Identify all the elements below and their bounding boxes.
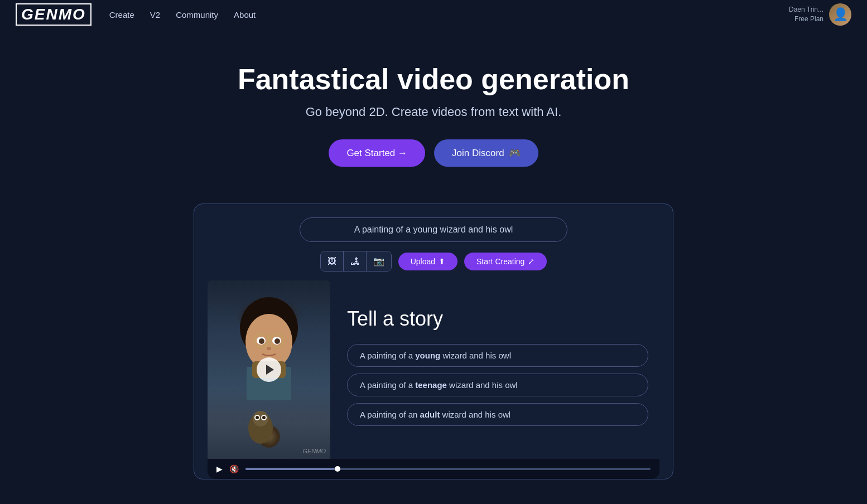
ctrl-volume-button[interactable]: 🔇: [229, 464, 239, 473]
icon-btn-camera[interactable]: 📷: [367, 251, 391, 271]
nav-right: Daen Trin... Free Plan 👤: [789, 3, 851, 26]
progress-bar[interactable]: [245, 468, 651, 470]
story-item-1-bold: young: [415, 351, 440, 360]
hero-section: Fantastical video generation Go beyond 2…: [0, 29, 867, 203]
video-thumbnail: GENMO: [208, 280, 330, 459]
video-area: GENMO Tell a story A painting of a young…: [208, 280, 659, 459]
expand-icon: ⤢: [528, 257, 534, 266]
story-item-3-prefix: A painting of an: [360, 410, 420, 419]
hero-subtitle: Go beyond 2D. Create videos from text wi…: [11, 105, 856, 119]
get-started-button[interactable]: Get Started →: [329, 139, 425, 167]
story-item-2-bold: teenage: [415, 380, 447, 390]
video-controls: ▶ 🔇: [208, 459, 659, 479]
story-item-3-suffix: wizard and his owl: [440, 410, 510, 419]
navbar: GENMO Create V2 Community About Daen Tri…: [0, 0, 867, 29]
play-icon: [266, 365, 274, 375]
hero-buttons: Get Started → Join Discord 🎮: [11, 139, 856, 167]
user-info: Daen Trin... Free Plan: [789, 5, 823, 24]
upload-label: Upload: [411, 257, 435, 266]
avatar[interactable]: 👤: [829, 3, 851, 26]
story-item-3[interactable]: A painting of an adult wizard and his ow…: [347, 403, 648, 426]
icon-btn-image2[interactable]: 🏞: [344, 251, 367, 271]
svg-point-17: [262, 416, 266, 419]
progress-dot: [335, 466, 340, 472]
logo[interactable]: GENMO: [16, 3, 91, 26]
story-item-2-prefix: A painting of a: [360, 380, 415, 390]
nav-link-about[interactable]: About: [234, 10, 256, 20]
svg-point-9: [267, 347, 271, 350]
story-item-1-suffix: wizard and his owl: [440, 351, 511, 360]
upload-icon: ⬆: [439, 257, 445, 266]
demo-toolbar: 🖼 🏞 📷 Upload ⬆ Start Creating ⤢: [208, 251, 659, 272]
svg-point-4: [259, 338, 264, 344]
logo-text: GENMO: [16, 3, 91, 26]
story-title: Tell a story: [347, 307, 648, 331]
user-status: Free Plan: [789, 14, 823, 24]
svg-point-5: [274, 338, 280, 344]
prompt-input[interactable]: [300, 217, 567, 242]
join-discord-button[interactable]: Join Discord 🎮: [434, 139, 538, 167]
nav-links: Create V2 Community About: [109, 10, 256, 20]
story-item-2[interactable]: A painting of a teenage wizard and his o…: [347, 374, 648, 396]
icon-btn-image1[interactable]: 🖼: [321, 251, 344, 271]
story-item-1[interactable]: A painting of a young wizard and his owl: [347, 344, 648, 367]
nav-link-v2[interactable]: V2: [150, 10, 160, 20]
demo-input-row: [208, 217, 659, 242]
join-discord-label: Join Discord: [452, 148, 504, 159]
start-creating-button[interactable]: Start Creating ⤢: [464, 253, 547, 270]
nav-link-community[interactable]: Community: [176, 10, 218, 20]
story-item-2-suffix: wizard and his owl: [447, 380, 518, 390]
user-name: Daen Trin...: [789, 5, 823, 14]
ctrl-play-button[interactable]: ▶: [216, 464, 223, 473]
icon-group: 🖼 🏞 📷: [320, 251, 392, 272]
story-item-1-prefix: A painting of a: [360, 351, 415, 360]
play-button[interactable]: [257, 357, 281, 382]
nav-link-create[interactable]: Create: [109, 10, 134, 20]
story-item-3-bold: adult: [420, 410, 440, 419]
hero-title: Fantastical video generation: [11, 62, 856, 96]
story-panel: Tell a story A painting of a young wizar…: [330, 280, 659, 459]
watermark: GENMO: [302, 448, 326, 454]
progress-fill: [245, 468, 335, 470]
svg-point-16: [256, 416, 259, 419]
discord-icon: 🎮: [509, 147, 521, 159]
demo-card: 🖼 🏞 📷 Upload ⬆ Start Creating ⤢: [194, 203, 673, 479]
upload-button[interactable]: Upload ⬆: [398, 253, 457, 270]
start-creating-label: Start Creating: [476, 257, 524, 266]
